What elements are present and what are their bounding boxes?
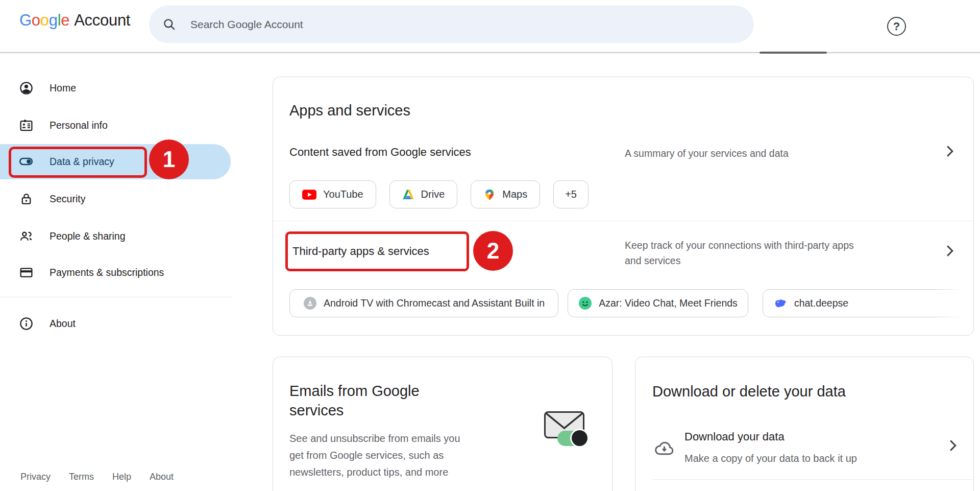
footer-link-help[interactable]: Help xyxy=(112,472,131,482)
sidebar-item-label: Personal info xyxy=(50,120,108,131)
sidebar-item-payments[interactable]: Payments & subscriptions xyxy=(0,258,233,287)
lock-icon xyxy=(18,191,34,206)
youtube-icon xyxy=(302,190,316,200)
chip-label: Android TV with Chromecast and Assistant… xyxy=(324,297,545,309)
search-input[interactable] xyxy=(190,18,650,31)
chip-label: Maps xyxy=(502,189,527,200)
chip-maps[interactable]: Maps xyxy=(471,180,540,208)
email-toggle-on-icon xyxy=(557,431,587,446)
logo-letter: g xyxy=(49,11,58,30)
footer-link-privacy[interactable]: Privacy xyxy=(20,472,51,482)
chevron-right-icon xyxy=(948,439,958,451)
credit-card-icon xyxy=(18,265,34,280)
card-divider xyxy=(273,221,973,221)
account-circle-icon xyxy=(18,80,34,96)
azar-icon xyxy=(578,296,592,310)
annotation-box-step1 xyxy=(9,147,147,178)
sidebar-item-home[interactable]: Home xyxy=(0,73,233,103)
row-content-saved[interactable]: Content saved from Google services A sum… xyxy=(273,133,973,174)
chip-label: +5 xyxy=(565,189,577,200)
sidebar-divider xyxy=(0,297,233,297)
apps-and-services-card: Apps and services Content saved from Goo… xyxy=(273,77,974,336)
sidebar-item-label: Home xyxy=(50,82,76,94)
header-divider xyxy=(0,52,980,53)
chip-azar[interactable]: Azar: Video Chat, Meet Friends xyxy=(568,289,748,317)
logo-suffix: Account xyxy=(74,11,130,30)
row-subtitle: Make a copy of your data to back it up xyxy=(684,451,857,466)
header: Google Account ? xyxy=(0,0,980,53)
cloud-download-icon xyxy=(653,437,676,462)
row-download-your-data[interactable]: Download your data Make a copy of your d… xyxy=(635,426,973,472)
sidebar-item-security[interactable]: Security xyxy=(0,184,233,214)
android-tv-icon xyxy=(303,296,317,310)
chip-deepseek[interactable]: chat.deepse xyxy=(763,289,973,317)
search-bar[interactable] xyxy=(149,6,754,43)
chip-label: YouTube xyxy=(323,189,363,200)
logo-letter: G xyxy=(19,11,32,30)
sidebar-item-label: People & sharing xyxy=(50,230,126,242)
annotation-badge-step1: 1 xyxy=(149,139,189,179)
row-title: Download your data xyxy=(684,430,785,443)
drive-icon xyxy=(402,189,414,201)
card-divider xyxy=(652,479,972,480)
row-description: Keep track of your connections with thir… xyxy=(625,238,867,268)
maps-icon xyxy=(483,189,496,201)
chip-drive[interactable]: Drive xyxy=(389,180,458,208)
sidebar-item-label: Security xyxy=(50,193,85,205)
footer-link-about[interactable]: About xyxy=(150,472,174,482)
sidebar-item-label: Payments & subscriptions xyxy=(50,267,164,278)
row-title: Content saved from Google services xyxy=(289,146,471,159)
footer-link-terms[interactable]: Terms xyxy=(69,472,94,482)
chip-youtube[interactable]: YouTube xyxy=(289,180,376,208)
logo-letter: e xyxy=(61,11,69,30)
scroll-indicator xyxy=(760,52,827,54)
card-title: Emails from Google services xyxy=(289,381,465,420)
search-icon xyxy=(162,17,176,31)
google-account-data-privacy-page: Google Account ? Home Personal info xyxy=(0,0,980,491)
people-icon xyxy=(18,228,34,244)
chevron-right-icon xyxy=(945,245,955,256)
help-icon[interactable]: ? xyxy=(887,17,906,36)
footer: Privacy Terms Help About xyxy=(20,472,174,482)
card-title: Apps and services xyxy=(289,101,410,120)
third-party-apps-chips: Android TV with Chromecast and Assistant… xyxy=(289,289,973,317)
chip-more-services[interactable]: +5 xyxy=(553,180,589,208)
chevron-right-icon xyxy=(945,145,955,156)
card-title: Download or delete your data xyxy=(652,382,846,401)
chip-label: Drive xyxy=(421,189,445,200)
download-delete-data-card: Download or delete your data Download yo… xyxy=(635,357,974,491)
sidebar-item-label: About xyxy=(50,318,76,330)
chip-android-tv[interactable]: Android TV with Chromecast and Assistant… xyxy=(289,289,558,317)
chip-label: chat.deepse xyxy=(794,297,848,309)
sidebar-item-personal-info[interactable]: Personal info xyxy=(0,110,233,140)
deepseek-whale-icon xyxy=(773,297,788,310)
sidebar-item-about[interactable]: About xyxy=(0,309,233,338)
google-account-logo[interactable]: Google Account xyxy=(19,11,130,30)
logo-letter: o xyxy=(40,11,49,30)
google-services-chips: YouTube Drive Maps +5 xyxy=(289,180,589,208)
info-icon xyxy=(18,316,34,331)
annotation-badge-step2: 2 xyxy=(473,231,513,271)
logo-letter: o xyxy=(32,11,40,30)
annotation-box-step2 xyxy=(285,231,469,271)
row-description: A summary of your services and data xyxy=(625,146,789,161)
toggle-knob xyxy=(572,430,587,446)
chip-label: Azar: Video Chat, Meet Friends xyxy=(599,297,738,309)
card-body: See and unsubscribe from emails you get … xyxy=(289,430,476,481)
sidebar-item-people-sharing[interactable]: People & sharing xyxy=(0,221,233,251)
emails-from-google-card: Emails from Google services See and unsu… xyxy=(273,357,612,491)
logo-letter: l xyxy=(58,11,61,30)
id-card-icon xyxy=(18,118,34,133)
